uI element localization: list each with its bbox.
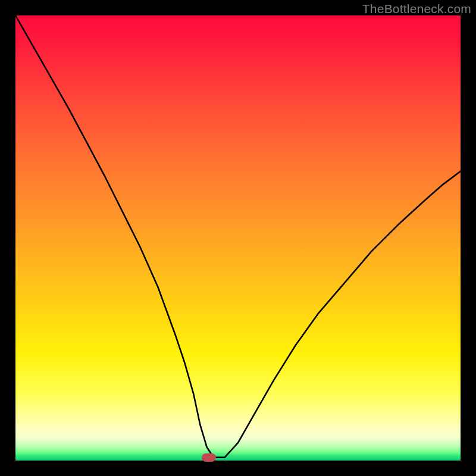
watermark-text: TheBottleneck.com — [362, 2, 471, 16]
plot-area — [15, 15, 461, 461]
minimum-marker — [202, 453, 216, 462]
chart-frame: TheBottleneck.com — [0, 0, 476, 476]
